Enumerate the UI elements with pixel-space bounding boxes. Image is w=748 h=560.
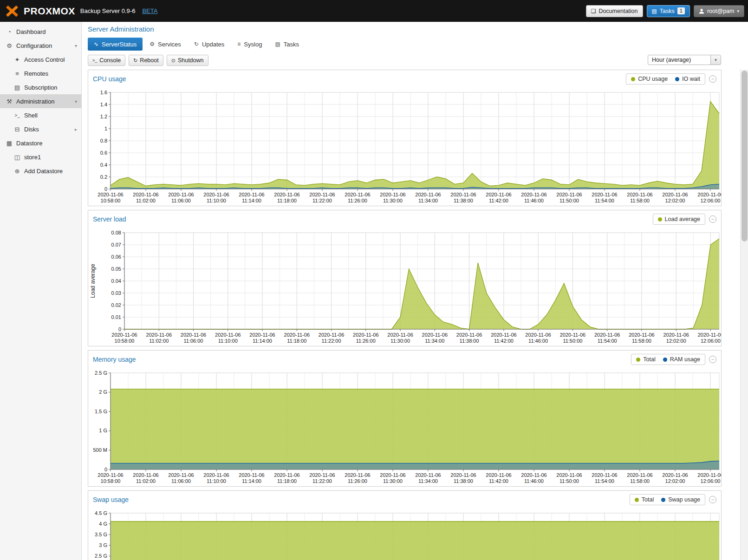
legend-label: Total bbox=[643, 356, 655, 363]
tab-syslog[interactable]: ≡Syslog bbox=[231, 38, 268, 51]
svg-text:11:42:00: 11:42:00 bbox=[489, 198, 508, 203]
sidebar-item-dashboard[interactable]: ◔Dashboard bbox=[0, 25, 81, 39]
sidebar-item-configuration[interactable]: ⚙Configuration▾ bbox=[0, 39, 81, 52]
svg-text:2020-11-06: 2020-11-06 bbox=[663, 332, 689, 338]
legend-item-ram-usage[interactable]: RAM usage bbox=[663, 356, 700, 363]
remotes-icon: ≡ bbox=[13, 70, 22, 77]
collapse-icon[interactable]: − bbox=[709, 75, 716, 83]
svg-text:2020-11-06: 2020-11-06 bbox=[345, 192, 370, 197]
svg-text:2020-11-06: 2020-11-06 bbox=[697, 192, 721, 197]
sidebar-item-disks[interactable]: ⊟Disks▸ bbox=[0, 122, 81, 136]
sidebar-item-store1[interactable]: ◫store1 bbox=[0, 150, 81, 164]
svg-text:0.2: 0.2 bbox=[100, 174, 107, 180]
legend: TotalSwap usage bbox=[630, 494, 705, 505]
svg-text:2020-11-06: 2020-11-06 bbox=[592, 192, 617, 197]
sidebar-item-add-datastore[interactable]: ⊕Add Datastore bbox=[0, 164, 81, 178]
svg-text:11:58:00: 11:58:00 bbox=[632, 338, 651, 344]
tab-label: Tasks bbox=[284, 41, 299, 48]
svg-text:2020-11-06: 2020-11-06 bbox=[168, 192, 194, 197]
svg-text:4 G: 4 G bbox=[99, 521, 107, 527]
legend-dot bbox=[658, 217, 662, 221]
panel-header: CPU usageCPU usageIO wait− bbox=[88, 70, 721, 88]
svg-text:2020-11-06: 2020-11-06 bbox=[594, 332, 620, 338]
sidebar-item-label: Remotes bbox=[24, 70, 48, 77]
sidebar-item-datastore[interactable]: ▦Datastore bbox=[0, 136, 81, 150]
collapse-icon[interactable]: − bbox=[709, 356, 716, 363]
svg-text:2020-11-06: 2020-11-06 bbox=[592, 472, 617, 478]
terminal-icon: >_ bbox=[13, 113, 22, 118]
sidebar-item-remotes[interactable]: ≡Remotes bbox=[0, 66, 81, 80]
tasks-button[interactable]: ▤ Tasks 1 bbox=[647, 5, 690, 17]
svg-text:11:34:00: 11:34:00 bbox=[425, 338, 444, 344]
svg-text:0.6: 0.6 bbox=[100, 150, 107, 156]
svg-text:2020-11-06: 2020-11-06 bbox=[556, 472, 582, 478]
svg-text:1 G: 1 G bbox=[99, 428, 107, 433]
tab-label: ServerStatus bbox=[102, 41, 137, 48]
legend-item-load-average[interactable]: Load average bbox=[658, 216, 700, 222]
svg-text:0.06: 0.06 bbox=[111, 254, 121, 260]
svg-text:2020-11-06: 2020-11-06 bbox=[486, 192, 511, 197]
legend-item-total[interactable]: Total bbox=[635, 496, 654, 503]
sidebar-item-administration[interactable]: ⚒Administration▾ bbox=[0, 94, 81, 108]
svg-text:Load average: Load average bbox=[90, 264, 96, 298]
tab-updates[interactable]: ↻Updates bbox=[188, 38, 230, 51]
tab-services[interactable]: ⚙Services bbox=[143, 38, 187, 51]
chevron-right-icon: ▸ bbox=[75, 127, 77, 132]
legend-item-io-wait[interactable]: IO wait bbox=[675, 76, 700, 82]
svg-text:0: 0 bbox=[104, 467, 107, 472]
legend: Load average bbox=[653, 214, 705, 225]
legend-dot bbox=[635, 498, 639, 502]
sidebar-item-shell[interactable]: >_Shell bbox=[0, 108, 81, 122]
user-menu-button[interactable]: root@pam ▾ bbox=[694, 5, 744, 17]
updates-icon: ↻ bbox=[194, 41, 199, 47]
svg-text:11:10:00: 11:10:00 bbox=[207, 478, 226, 484]
combo-trigger[interactable]: ▾ bbox=[710, 55, 721, 65]
page-title: Server Administration bbox=[88, 25, 748, 33]
svg-text:11:50:00: 11:50:00 bbox=[559, 478, 579, 484]
svg-text:0: 0 bbox=[104, 186, 107, 192]
reboot-button[interactable]: ↻Reboot bbox=[129, 55, 163, 66]
beta-link[interactable]: BETA bbox=[142, 7, 157, 14]
legend-item-total[interactable]: Total bbox=[636, 356, 655, 363]
svg-text:11:02:00: 11:02:00 bbox=[136, 198, 156, 203]
documentation-button[interactable]: ❏ Documentation bbox=[586, 5, 643, 17]
svg-text:11:34:00: 11:34:00 bbox=[418, 478, 438, 484]
svg-text:2020-11-06: 2020-11-06 bbox=[560, 332, 585, 338]
console-button[interactable]: >_Console bbox=[88, 55, 125, 66]
svg-text:11:06:00: 11:06:00 bbox=[183, 338, 203, 344]
svg-text:0.07: 0.07 bbox=[111, 242, 121, 247]
gears-icon: ⚙ bbox=[5, 42, 14, 49]
sidebar-item-label: Dashboard bbox=[16, 28, 46, 35]
svg-text:2020-11-06: 2020-11-06 bbox=[98, 192, 123, 197]
sidebar-item-subscription[interactable]: ▤Subscription bbox=[0, 80, 81, 94]
sidebar-item-label: Subscription bbox=[24, 84, 58, 91]
svg-text:2020-11-06: 2020-11-06 bbox=[309, 472, 335, 478]
collapse-icon[interactable]: − bbox=[709, 496, 716, 503]
tab-serverstatus[interactable]: ∿ServerStatus bbox=[88, 38, 143, 51]
svg-text:11:38:00: 11:38:00 bbox=[460, 338, 479, 344]
tasks-label: Tasks bbox=[660, 8, 675, 14]
svg-text:2020-11-06: 2020-11-06 bbox=[239, 472, 264, 478]
svg-text:11:10:00: 11:10:00 bbox=[218, 338, 238, 344]
svg-text:2020-11-06: 2020-11-06 bbox=[274, 472, 299, 478]
tab-tasks[interactable]: ▤Tasks bbox=[269, 38, 305, 51]
svg-text:11:18:00: 11:18:00 bbox=[277, 478, 297, 484]
collapse-icon[interactable]: − bbox=[709, 215, 716, 223]
legend-label: Total bbox=[642, 496, 654, 503]
sidebar-item-access-control[interactable]: ✦Access Control bbox=[0, 52, 81, 66]
svg-text:0.4: 0.4 bbox=[100, 162, 107, 168]
shutdown-button[interactable]: ⊙Shutdown bbox=[167, 55, 208, 66]
legend-dot bbox=[631, 77, 635, 81]
vertical-scrollbar[interactable] bbox=[740, 70, 748, 560]
sidebar-item-label: Access Control bbox=[24, 56, 65, 63]
sidebar: ◔Dashboard⚙Configuration▾✦Access Control… bbox=[0, 22, 82, 560]
panel-title: Swap usage bbox=[93, 496, 129, 503]
key-icon: ✦ bbox=[13, 56, 22, 63]
legend-item-cpu-usage[interactable]: CPU usage bbox=[631, 76, 668, 82]
svg-text:11:22:00: 11:22:00 bbox=[322, 338, 341, 344]
time-range-combo[interactable]: Hour (average) ▾ bbox=[648, 55, 721, 65]
chevron-down-icon: ▾ bbox=[737, 9, 739, 13]
legend-item-swap-usage[interactable]: Swap usage bbox=[661, 496, 700, 503]
svg-text:2020-11-06: 2020-11-06 bbox=[133, 472, 158, 478]
scrollbar-thumb[interactable] bbox=[741, 71, 748, 241]
